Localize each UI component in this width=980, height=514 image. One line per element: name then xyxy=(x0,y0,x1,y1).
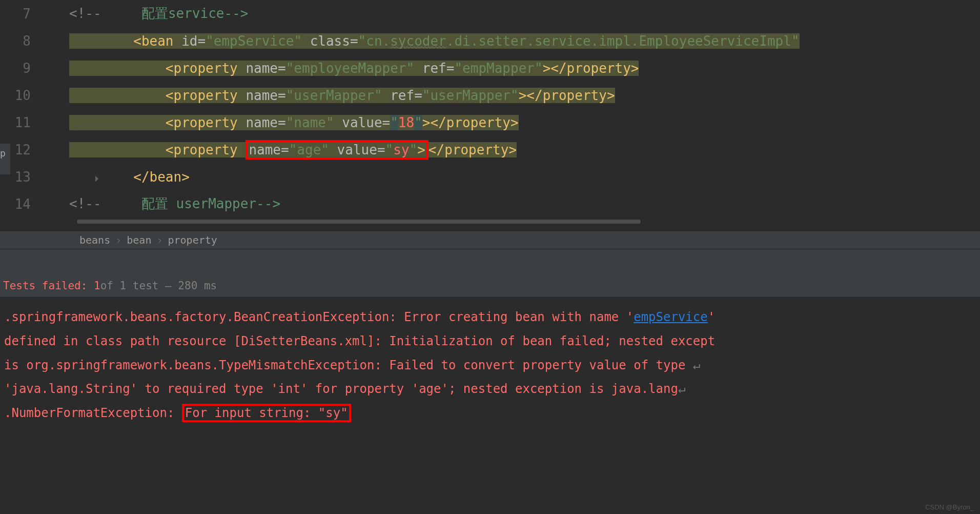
console-line: is org.springframework.beans.TypeMismatc… xyxy=(4,353,976,378)
code-line[interactable]: 9 <property name="employeeMapper" ref="e… xyxy=(0,54,980,82)
indent xyxy=(69,33,133,49)
console-output[interactable]: .springframework.beans.factory.BeanCreat… xyxy=(0,298,980,433)
attr-name: ref xyxy=(422,61,446,76)
tag-name: property xyxy=(567,61,631,76)
attr-value: userMapper xyxy=(294,88,374,103)
line-number: 10 xyxy=(0,88,44,103)
horizontal-scrollbar[interactable] xyxy=(0,219,980,225)
error-text: Error creating bean with name ' xyxy=(404,310,634,324)
code-line[interactable]: 10 <property name="userMapper" ref="user… xyxy=(0,82,980,109)
console-line: 'java.lang.String' to required type 'int… xyxy=(4,377,976,401)
fold-gutter[interactable] xyxy=(44,154,64,200)
error-text: .springframework.beans.factory.BeanCreat… xyxy=(4,310,404,324)
error-text: ' xyxy=(708,310,715,324)
tag-name: property xyxy=(174,61,238,76)
tag: < xyxy=(166,142,174,157)
code-line[interactable]: 11 <property name="name" value="18"></pr… xyxy=(0,109,980,136)
equals: = xyxy=(377,142,385,157)
tag: > xyxy=(631,61,639,76)
tag: < xyxy=(166,88,174,103)
attr-name: class xyxy=(302,33,350,49)
error-text: 'java.lang.String' to required type 'int… xyxy=(4,382,678,396)
tag-name: bean xyxy=(150,169,182,185)
code-line[interactable]: 14 <!-- 配置 userMapper--> xyxy=(0,190,980,218)
tag-name: property xyxy=(446,115,511,130)
highlight-box: For input string: "sy" xyxy=(182,404,351,422)
equals: = xyxy=(278,88,286,103)
tag-name: property xyxy=(543,88,607,103)
quote-hi: " xyxy=(414,115,422,130)
fold-gutter[interactable] xyxy=(44,18,64,64)
quote: " xyxy=(535,61,543,76)
equals: = xyxy=(197,33,206,49)
tag: ></ xyxy=(543,61,567,76)
quote: " xyxy=(321,142,329,157)
breadcrumb-item[interactable]: beans xyxy=(79,234,110,246)
quote: " xyxy=(410,142,418,157)
quote: " xyxy=(289,142,297,157)
tag-name: property xyxy=(174,88,238,103)
code-content[interactable]: </bean> xyxy=(64,169,190,185)
bean-link[interactable]: empService xyxy=(634,310,708,324)
quote: " xyxy=(286,115,294,130)
code-content[interactable]: <!-- 配置service--> xyxy=(64,5,248,23)
quote: " xyxy=(385,142,394,157)
tag: > xyxy=(181,169,190,185)
attr-value: userMapper xyxy=(430,88,511,103)
chevron-right-icon: › xyxy=(156,234,162,246)
code-content[interactable]: <!-- 配置 userMapper--> xyxy=(64,195,280,213)
highlight-box: name="age" value="sy"> xyxy=(246,140,428,160)
tag: < xyxy=(166,61,174,76)
indent xyxy=(69,169,133,185)
wrap-icon: ↵ xyxy=(678,382,685,396)
attr-value: employeeMapper xyxy=(294,61,406,76)
attr-name: name xyxy=(246,88,278,103)
breadcrumb-item[interactable]: property xyxy=(168,234,217,246)
quote: " xyxy=(374,88,382,103)
equals: = xyxy=(382,115,391,130)
code-line[interactable]: 13 </bean> xyxy=(0,163,980,190)
panel-separator[interactable] xyxy=(0,249,980,274)
code-editor[interactable]: 7 <!-- 配置service--> 8 <bean id="empServi… xyxy=(0,0,980,231)
quote: " xyxy=(422,88,431,103)
code-content[interactable]: <property name="userMapper" ref="userMap… xyxy=(64,88,615,103)
attr-value: cn. xyxy=(366,33,390,49)
attr-value-error: 18 xyxy=(398,115,414,130)
quote: " xyxy=(454,61,462,76)
watermark: CSDN @Byron_ xyxy=(925,503,974,511)
tag: ></ xyxy=(422,115,446,130)
line-number: 14 xyxy=(0,196,44,212)
equals: = xyxy=(281,142,289,157)
console-line: defined in class path resource [DiSetter… xyxy=(4,329,976,353)
line-number: 8 xyxy=(0,33,44,49)
code-content[interactable]: <property name="name" value="18"></prope… xyxy=(64,115,519,130)
quote-hi: " xyxy=(390,115,398,130)
tag: </ xyxy=(133,169,149,185)
test-status-bar: Tests failed: 1 of 1 test – 280 ms xyxy=(0,274,980,298)
breadcrumb: beans › bean › property xyxy=(0,231,980,249)
code-content[interactable]: <property name="age" value="sy"></proper… xyxy=(64,142,517,157)
code-line[interactable]: 7 <!-- 配置service--> xyxy=(0,0,980,27)
attr-name: name xyxy=(249,142,281,157)
comment-cn: 配置 xyxy=(141,6,168,21)
code-content[interactable]: <property name="employeeMapper" ref="emp… xyxy=(64,61,639,76)
side-tab[interactable]: p xyxy=(0,144,10,174)
tests-failed-label: Tests failed: 1 xyxy=(3,280,100,292)
comment-text: service--> xyxy=(168,6,249,21)
tag: </ xyxy=(428,142,444,157)
code-line[interactable]: 8 <bean id="empService" class="cn.sycode… xyxy=(0,27,980,54)
scrollbar-thumb[interactable] xyxy=(77,220,641,224)
error-text: is org.springframework.beans.TypeMismatc… xyxy=(4,358,693,372)
code-line[interactable]: 12 <property name="age" value="sy"></pro… xyxy=(0,136,980,163)
tag-name: property xyxy=(174,115,238,130)
tag-open: <bean xyxy=(133,33,173,49)
indent xyxy=(69,61,166,76)
xml-comment: <!-- xyxy=(69,6,141,21)
code-content[interactable]: <bean id="empService" class="cn.sycoder.… xyxy=(64,33,800,49)
breadcrumb-item[interactable]: bean xyxy=(127,234,151,246)
tag: < xyxy=(166,115,174,130)
attr-value: empService xyxy=(214,33,294,49)
console-line: .NumberFormatException: For input string… xyxy=(4,401,976,425)
tag: > xyxy=(607,88,615,103)
comment-text: userMapper--> xyxy=(168,196,280,211)
